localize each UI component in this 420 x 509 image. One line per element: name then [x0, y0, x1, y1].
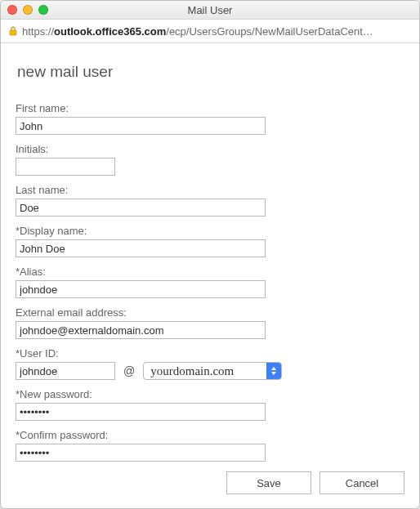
first-name-label: First name:	[16, 102, 404, 114]
user-id-block: *User ID: @ yourdomain.com	[16, 347, 404, 380]
alias-label: *Alias:	[16, 266, 404, 278]
last-name-block: Last name:	[16, 184, 404, 217]
new-password-input[interactable]	[16, 403, 266, 421]
svg-rect-0	[10, 30, 16, 35]
url-text: https://outlook.office365.com/ecp/UsersG…	[22, 25, 373, 38]
minimize-icon[interactable]	[23, 5, 33, 15]
initials-input[interactable]	[16, 158, 115, 176]
new-password-block: *New password:	[16, 388, 404, 421]
window-controls	[7, 5, 48, 15]
confirm-password-label: *Confirm password:	[16, 429, 404, 441]
url-scheme: https://	[22, 25, 54, 38]
display-name-label: *Display name:	[16, 225, 404, 237]
close-icon[interactable]	[7, 5, 17, 15]
display-name-block: *Display name:	[16, 225, 404, 257]
lock-icon	[7, 25, 19, 37]
user-id-input[interactable]	[16, 362, 115, 380]
external-email-block: External email address:	[16, 306, 404, 339]
save-button[interactable]: Save	[226, 471, 311, 494]
cancel-button[interactable]: Cancel	[319, 471, 404, 494]
display-name-input[interactable]	[16, 239, 266, 257]
address-bar: https://outlook.office365.com/ecp/UsersG…	[1, 20, 419, 43]
last-name-input[interactable]	[16, 199, 266, 217]
url-path: /ecp/UsersGroups/NewMailUserDataCent…	[166, 25, 373, 38]
first-name-block: First name:	[16, 102, 404, 135]
first-name-input[interactable]	[16, 117, 266, 135]
mail-user-window: Mail User https://outlook.office365.com/…	[0, 0, 420, 509]
domain-select-value: yourdomain.com	[150, 364, 234, 378]
external-email-label: External email address:	[16, 306, 404, 319]
user-id-label: *User ID:	[16, 347, 404, 359]
zoom-icon[interactable]	[38, 5, 48, 15]
confirm-password-input[interactable]	[16, 444, 266, 462]
page-title: new mail user	[17, 63, 404, 81]
form-content: new mail user First name: Initials: Last…	[1, 43, 419, 509]
new-password-label: *New password:	[16, 388, 404, 400]
button-row: Save Cancel	[226, 471, 404, 494]
window-title: Mail User	[1, 4, 419, 16]
at-sign: @	[123, 364, 135, 377]
titlebar: Mail User	[1, 1, 419, 20]
url-domain: outlook.office365.com	[54, 25, 166, 38]
external-email-input[interactable]	[16, 321, 266, 339]
last-name-label: Last name:	[16, 184, 404, 196]
alias-input[interactable]	[16, 280, 266, 298]
user-id-row: @ yourdomain.com	[16, 362, 404, 380]
confirm-password-block: *Confirm password:	[16, 429, 404, 462]
initials-block: Initials:	[16, 143, 404, 176]
domain-select[interactable]: yourdomain.com	[143, 362, 282, 380]
initials-label: Initials:	[16, 143, 404, 155]
chevron-updown-icon	[266, 363, 281, 379]
alias-block: *Alias:	[16, 266, 404, 298]
